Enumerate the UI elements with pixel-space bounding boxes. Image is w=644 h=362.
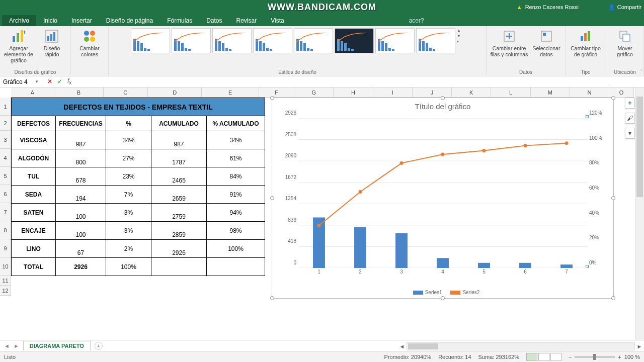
tab-formulas[interactable]: Fórmulas	[160, 15, 199, 26]
chart-styles-button[interactable]: 🖌	[625, 113, 635, 124]
resize-handle[interactable]	[270, 96, 274, 100]
svg-rect-30	[395, 233, 408, 268]
view-pagebreak[interactable]	[550, 353, 561, 361]
tab-pagelayout[interactable]: Diseño de página	[99, 15, 160, 26]
zoom-slider[interactable]	[575, 356, 615, 358]
chart-filters-button[interactable]: ▾	[625, 128, 635, 139]
sheet-nav[interactable]: ◄►	[0, 343, 23, 349]
chart-element-icon: +	[11, 28, 27, 44]
status-ready: Listo	[4, 354, 16, 360]
account-user[interactable]: ▲ Renzo Caceres Rossi	[517, 4, 579, 10]
tab-file[interactable]: Archivo	[2, 15, 36, 26]
svg-rect-17	[588, 31, 590, 41]
y-axis-right[interactable]: 0%20%40%60%80%100%120%	[587, 118, 607, 268]
sheet-tabs-bar: ◄► DIAGRAMA PARETO + ◄►	[0, 340, 644, 351]
status-average: Promedio: 20940%	[384, 354, 432, 360]
chart-style-4[interactable]	[253, 28, 292, 53]
chart-elements-button[interactable]: +	[625, 98, 635, 109]
svg-point-37	[400, 161, 404, 165]
svg-point-39	[482, 149, 486, 152]
chart-style-5[interactable]	[294, 28, 333, 53]
group-label: Diseños de gráfico	[15, 69, 56, 75]
plot-area[interactable]	[298, 118, 587, 268]
change-colors-button[interactable]: Cambiar colores	[74, 28, 105, 57]
svg-rect-0	[13, 36, 15, 42]
svg-point-36	[359, 190, 362, 194]
vertical-scrollbar[interactable]	[635, 87, 644, 340]
resize-handle[interactable]	[441, 96, 445, 100]
change-chart-type-button[interactable]: Cambiar tipo de gráfico	[569, 28, 603, 57]
resize-handle[interactable]	[441, 296, 445, 300]
svg-rect-7	[53, 32, 55, 41]
quick-layout-icon	[44, 28, 60, 44]
chart-style-1[interactable]	[131, 28, 170, 53]
name-box[interactable]: Gráfico 4 ▼	[0, 78, 42, 85]
svg-rect-29	[354, 227, 366, 268]
chart-style-3[interactable]	[212, 28, 252, 53]
svg-text:+: +	[23, 29, 26, 36]
column-headers: ABCDEFGHIJKLMNO	[11, 87, 634, 98]
resize-handle[interactable]	[270, 196, 274, 200]
worksheet-grid[interactable]: ABCDEFGHIJKLMNO 123456789101112 DEFECTOS…	[0, 87, 634, 331]
resize-handle[interactable]	[611, 196, 615, 200]
chart-style-2[interactable]	[172, 28, 211, 53]
collapse-ribbon-icon[interactable]: ˆ	[640, 69, 642, 75]
svg-rect-15	[581, 36, 583, 41]
svg-point-40	[524, 144, 527, 147]
chart-legend[interactable]: Series1 Series2	[272, 290, 613, 295]
tab-data[interactable]: Datos	[199, 15, 229, 26]
watermark: WWW.BANDICAM.COM	[268, 2, 376, 13]
view-buttons[interactable]	[526, 353, 561, 361]
horizontal-scrollbar[interactable]: ◄►	[397, 342, 644, 351]
confirm-icon[interactable]: ✓	[57, 78, 62, 85]
tab-insert[interactable]: Insertar	[64, 15, 99, 26]
status-count: Recuento: 14	[438, 354, 471, 360]
add-sheet-button[interactable]: +	[95, 342, 103, 350]
palette-icon	[82, 28, 98, 44]
x-axis: 1234567	[298, 269, 587, 277]
svg-point-11	[90, 37, 95, 42]
table-title: DEFECTOS EN TEJIDOS - EMPRESA TEXTIL	[12, 98, 265, 116]
resize-handle[interactable]	[270, 296, 274, 300]
sheet-tab[interactable]: DIAGRAMA PARETO	[23, 341, 91, 350]
resize-handle[interactable]	[611, 296, 615, 300]
tab-home[interactable]: Inicio	[36, 15, 64, 26]
chart-object[interactable]: Título del gráfico 041883612541672209025…	[272, 98, 614, 299]
fx-icon[interactable]: fx	[67, 77, 71, 85]
cancel-icon[interactable]: ✕	[47, 78, 52, 85]
zoom-out[interactable]: −	[569, 354, 572, 360]
menu-tabs: Archivo Inicio Insertar Diseño de página…	[0, 14, 644, 26]
chart-style-8[interactable]	[416, 28, 455, 53]
resize-handle[interactable]	[611, 96, 615, 100]
zoom-in[interactable]: +	[618, 354, 621, 360]
zoom-level: 100 %	[624, 354, 640, 360]
quick-layout-button[interactable]: Diseño rápido	[36, 28, 67, 57]
chevron-down-icon: ▼	[35, 79, 39, 84]
add-chart-element-button[interactable]: + Agregar elemento de gráfico	[3, 28, 34, 63]
group-label: Ubicación	[614, 69, 636, 75]
svg-rect-16	[584, 33, 587, 41]
svg-point-8	[84, 31, 89, 36]
group-label: Datos	[519, 69, 532, 75]
svg-rect-6	[50, 34, 52, 41]
chart-style-6[interactable]	[335, 28, 374, 53]
share-button[interactable]: 👤 Compartir	[608, 4, 641, 11]
chart-type-icon	[578, 28, 594, 44]
svg-rect-19	[623, 34, 630, 41]
warning-icon: ▲	[517, 4, 522, 10]
chart-style-7[interactable]	[375, 28, 415, 53]
view-pagelayout[interactable]	[538, 353, 549, 361]
status-bar: Listo Promedio: 20940% Recuento: 14 Suma…	[0, 351, 644, 362]
tab-view[interactable]: Vista	[264, 15, 291, 26]
chart-title[interactable]: Título del gráfico	[272, 98, 613, 113]
tab-review[interactable]: Revisar	[229, 15, 264, 26]
svg-rect-32	[478, 263, 490, 268]
svg-rect-34	[560, 264, 573, 268]
svg-rect-33	[519, 263, 531, 268]
zoom-control[interactable]: − + 100 %	[569, 354, 640, 360]
svg-rect-31	[437, 258, 449, 268]
move-chart-button[interactable]: Mover gráfico	[609, 28, 640, 57]
svg-point-10	[84, 37, 89, 42]
tell-me[interactable]: acer?	[402, 15, 431, 26]
view-normal[interactable]	[526, 353, 537, 361]
